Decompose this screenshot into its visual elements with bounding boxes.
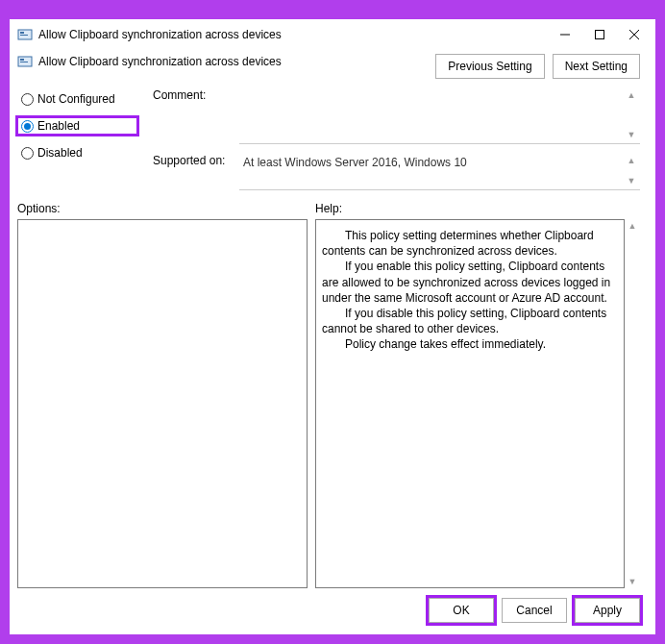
svg-rect-8: [20, 59, 24, 61]
nav-buttons: Previous Setting Next Setting: [435, 54, 640, 79]
scroll-down-icon[interactable]: ▼: [626, 575, 639, 588]
cancel-button[interactable]: Cancel: [502, 598, 567, 623]
help-panel: This policy setting determines whether C…: [315, 219, 625, 588]
svg-rect-9: [20, 62, 28, 62]
panels: This policy setting determines whether C…: [10, 219, 655, 588]
radio-circle-icon: [21, 147, 34, 160]
minimize-button[interactable]: [548, 21, 582, 48]
supported-value: At least Windows Server 2016, Windows 10: [243, 156, 467, 169]
help-text-line: If you disable this policy setting, Clip…: [322, 306, 618, 336]
supported-label: Supported on:: [153, 152, 232, 167]
radio-disabled[interactable]: Disabled: [17, 144, 137, 161]
policy-editor-window: Allow Clipboard synchronization across d…: [10, 19, 655, 634]
help-panel-wrap: This policy setting determines whether C…: [315, 219, 640, 588]
scroll-up-icon[interactable]: ▲: [625, 154, 638, 167]
radio-label: Disabled: [37, 146, 83, 160]
radio-not-configured[interactable]: Not Configured: [17, 90, 137, 108]
footer-buttons: OK Cancel Apply: [10, 588, 655, 634]
help-text-line: Policy change takes effect immediately.: [322, 336, 618, 352]
svg-rect-4: [596, 31, 604, 39]
radio-enabled[interactable]: Enabled: [17, 117, 137, 135]
svg-rect-2: [20, 35, 28, 36]
fields-column: Comment: ▲ ▼ Supported on: At least Wind…: [153, 87, 640, 190]
radio-circle-icon: [21, 120, 34, 133]
close-button[interactable]: [617, 21, 652, 48]
app-icon: [17, 27, 33, 42]
comment-label: Comment:: [153, 87, 232, 102]
policy-header: Allow Clipboard synchronization across d…: [17, 54, 435, 69]
comment-input[interactable]: ▲ ▼: [239, 87, 640, 144]
scroll-up-icon[interactable]: ▲: [625, 88, 638, 102]
scroll-down-icon[interactable]: ▼: [625, 174, 638, 187]
window-title: Allow Clipboard synchronization across d…: [38, 28, 548, 41]
options-label: Options:: [17, 202, 308, 215]
help-label: Help:: [315, 202, 342, 215]
radio-label: Enabled: [37, 119, 80, 133]
radio-label: Not Configured: [37, 92, 115, 106]
supported-on-box: At least Windows Server 2016, Windows 10…: [239, 152, 640, 190]
state-radio-group: Not Configured Enabled Disabled: [17, 87, 137, 190]
radio-circle-icon: [21, 93, 34, 106]
header-row: Allow Clipboard synchronization across d…: [10, 50, 655, 87]
help-scrollbar[interactable]: ▲ ▼: [625, 219, 640, 588]
options-panel: [17, 219, 308, 588]
help-text-line: If you enable this policy setting, Clipb…: [322, 259, 618, 306]
policy-title: Allow Clipboard synchronization across d…: [38, 55, 282, 68]
titlebar: Allow Clipboard synchronization across d…: [10, 19, 655, 50]
panel-labels: Options: Help:: [10, 198, 655, 219]
help-text-line: This policy setting determines whether C…: [322, 228, 618, 259]
next-setting-button[interactable]: Next Setting: [553, 54, 640, 79]
supported-row: Supported on: At least Windows Server 20…: [153, 152, 640, 190]
scroll-down-icon[interactable]: ▼: [625, 128, 638, 141]
comment-row: Comment: ▲ ▼: [153, 87, 640, 144]
config-area: Not Configured Enabled Disabled Comment:…: [10, 87, 655, 198]
svg-rect-1: [20, 32, 24, 34]
apply-button[interactable]: Apply: [575, 598, 640, 623]
ok-button[interactable]: OK: [429, 598, 494, 623]
window-controls: [548, 21, 652, 48]
previous-setting-button[interactable]: Previous Setting: [435, 54, 544, 79]
policy-icon: [17, 54, 33, 69]
maximize-button[interactable]: [582, 21, 617, 48]
scroll-up-icon[interactable]: ▲: [626, 219, 639, 233]
